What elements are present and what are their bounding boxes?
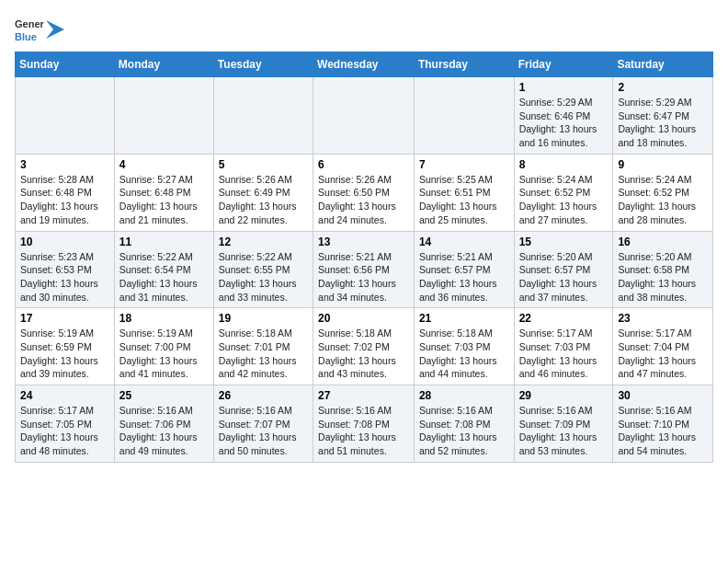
day-number: 7 xyxy=(419,158,509,171)
calendar-cell: 12Sunrise: 5:22 AM Sunset: 6:55 PM Dayli… xyxy=(213,231,313,308)
day-info: Sunrise: 5:17 AM Sunset: 7:05 PM Dayligh… xyxy=(20,404,109,458)
calendar-cell xyxy=(213,77,313,155)
calendar-cell xyxy=(16,77,115,155)
weekday-header-saturday: Saturday xyxy=(613,52,713,77)
day-number: 19 xyxy=(219,312,308,325)
calendar-cell: 18Sunrise: 5:19 AM Sunset: 7:00 PM Dayli… xyxy=(114,308,213,385)
calendar-cell: 17Sunrise: 5:19 AM Sunset: 6:59 PM Dayli… xyxy=(16,308,115,385)
calendar-cell: 26Sunrise: 5:16 AM Sunset: 7:07 PM Dayli… xyxy=(213,385,313,463)
day-number: 3 xyxy=(20,158,109,171)
calendar-week-row: 17Sunrise: 5:19 AM Sunset: 6:59 PM Dayli… xyxy=(16,308,713,385)
day-number: 25 xyxy=(119,389,209,402)
day-number: 23 xyxy=(618,312,708,325)
day-info: Sunrise: 5:26 AM Sunset: 6:50 PM Dayligh… xyxy=(318,173,409,227)
day-info: Sunrise: 5:29 AM Sunset: 6:46 PM Dayligh… xyxy=(519,96,609,150)
day-number: 10 xyxy=(20,236,109,248)
calendar-cell: 20Sunrise: 5:18 AM Sunset: 7:02 PM Dayli… xyxy=(313,308,415,385)
day-number: 20 xyxy=(318,312,409,325)
day-info: Sunrise: 5:23 AM Sunset: 6:53 PM Dayligh… xyxy=(20,250,109,304)
calendar-week-row: 1Sunrise: 5:29 AM Sunset: 6:46 PM Daylig… xyxy=(16,77,713,155)
day-number: 18 xyxy=(119,312,209,325)
calendar-cell xyxy=(313,77,415,155)
day-number: 22 xyxy=(519,312,609,325)
calendar-cell: 3Sunrise: 5:28 AM Sunset: 6:48 PM Daylig… xyxy=(16,154,115,231)
day-info: Sunrise: 5:28 AM Sunset: 6:48 PM Dayligh… xyxy=(20,173,109,227)
day-number: 13 xyxy=(318,236,409,248)
day-info: Sunrise: 5:19 AM Sunset: 7:00 PM Dayligh… xyxy=(119,327,209,381)
day-number: 8 xyxy=(519,158,609,171)
calendar-cell: 5Sunrise: 5:26 AM Sunset: 6:49 PM Daylig… xyxy=(213,154,313,231)
day-info: Sunrise: 5:19 AM Sunset: 6:59 PM Dayligh… xyxy=(20,327,109,381)
calendar-cell: 16Sunrise: 5:20 AM Sunset: 6:58 PM Dayli… xyxy=(613,231,713,308)
day-number: 28 xyxy=(419,389,509,402)
day-number: 15 xyxy=(519,236,609,248)
day-info: Sunrise: 5:29 AM Sunset: 6:47 PM Dayligh… xyxy=(618,96,708,150)
day-info: Sunrise: 5:17 AM Sunset: 7:04 PM Dayligh… xyxy=(618,327,708,381)
calendar-cell: 22Sunrise: 5:17 AM Sunset: 7:03 PM Dayli… xyxy=(514,308,613,385)
calendar-cell: 6Sunrise: 5:26 AM Sunset: 6:50 PM Daylig… xyxy=(313,154,415,231)
day-number: 14 xyxy=(419,236,509,248)
logo: General Blue xyxy=(15,15,64,44)
calendar-cell: 27Sunrise: 5:16 AM Sunset: 7:08 PM Dayli… xyxy=(313,385,415,463)
calendar-cell: 19Sunrise: 5:18 AM Sunset: 7:01 PM Dayli… xyxy=(213,308,313,385)
day-number: 2 xyxy=(618,81,708,94)
calendar-cell: 7Sunrise: 5:25 AM Sunset: 6:51 PM Daylig… xyxy=(414,154,514,231)
day-number: 29 xyxy=(519,389,609,402)
day-info: Sunrise: 5:22 AM Sunset: 6:54 PM Dayligh… xyxy=(119,250,209,304)
day-info: Sunrise: 5:24 AM Sunset: 6:52 PM Dayligh… xyxy=(519,173,609,227)
calendar-cell xyxy=(414,77,514,155)
day-info: Sunrise: 5:17 AM Sunset: 7:03 PM Dayligh… xyxy=(519,327,609,381)
day-number: 26 xyxy=(219,389,308,402)
day-info: Sunrise: 5:18 AM Sunset: 7:03 PM Dayligh… xyxy=(419,327,509,381)
day-info: Sunrise: 5:24 AM Sunset: 6:52 PM Dayligh… xyxy=(618,173,708,227)
day-info: Sunrise: 5:20 AM Sunset: 6:58 PM Dayligh… xyxy=(618,250,708,304)
calendar-cell: 1Sunrise: 5:29 AM Sunset: 6:46 PM Daylig… xyxy=(514,77,613,155)
day-info: Sunrise: 5:25 AM Sunset: 6:51 PM Dayligh… xyxy=(419,173,509,227)
svg-text:General: General xyxy=(15,18,44,29)
day-number: 17 xyxy=(20,312,109,325)
day-number: 21 xyxy=(419,312,509,325)
calendar-cell: 2Sunrise: 5:29 AM Sunset: 6:47 PM Daylig… xyxy=(613,77,713,155)
calendar-cell: 9Sunrise: 5:24 AM Sunset: 6:52 PM Daylig… xyxy=(613,154,713,231)
calendar-cell: 8Sunrise: 5:24 AM Sunset: 6:52 PM Daylig… xyxy=(514,154,613,231)
page-header: General Blue xyxy=(15,15,713,44)
day-number: 24 xyxy=(20,389,109,402)
svg-text:Blue: Blue xyxy=(15,31,37,42)
calendar-cell: 11Sunrise: 5:22 AM Sunset: 6:54 PM Dayli… xyxy=(114,231,213,308)
day-info: Sunrise: 5:27 AM Sunset: 6:48 PM Dayligh… xyxy=(119,173,209,227)
weekday-header-friday: Friday xyxy=(514,52,613,77)
weekday-header-wednesday: Wednesday xyxy=(313,52,415,77)
logo-svg: General Blue xyxy=(15,15,44,44)
calendar-week-row: 10Sunrise: 5:23 AM Sunset: 6:53 PM Dayli… xyxy=(16,231,713,308)
weekday-header-row: SundayMondayTuesdayWednesdayThursdayFrid… xyxy=(16,52,713,77)
calendar-cell: 14Sunrise: 5:21 AM Sunset: 6:57 PM Dayli… xyxy=(414,231,514,308)
calendar-table: SundayMondayTuesdayWednesdayThursdayFrid… xyxy=(15,52,713,463)
day-number: 9 xyxy=(618,158,708,171)
calendar-cell: 13Sunrise: 5:21 AM Sunset: 6:56 PM Dayli… xyxy=(313,231,415,308)
calendar-cell: 23Sunrise: 5:17 AM Sunset: 7:04 PM Dayli… xyxy=(613,308,713,385)
calendar-cell: 10Sunrise: 5:23 AM Sunset: 6:53 PM Dayli… xyxy=(16,231,115,308)
day-info: Sunrise: 5:21 AM Sunset: 6:56 PM Dayligh… xyxy=(318,250,409,304)
logo-arrow-icon xyxy=(46,20,64,39)
day-info: Sunrise: 5:20 AM Sunset: 6:57 PM Dayligh… xyxy=(519,250,609,304)
svg-marker-2 xyxy=(46,20,64,39)
day-number: 11 xyxy=(119,236,209,248)
day-number: 6 xyxy=(318,158,409,171)
day-info: Sunrise: 5:16 AM Sunset: 7:10 PM Dayligh… xyxy=(618,404,708,458)
calendar-cell: 29Sunrise: 5:16 AM Sunset: 7:09 PM Dayli… xyxy=(514,385,613,463)
day-info: Sunrise: 5:21 AM Sunset: 6:57 PM Dayligh… xyxy=(419,250,509,304)
calendar-cell xyxy=(114,77,213,155)
calendar-cell: 28Sunrise: 5:16 AM Sunset: 7:08 PM Dayli… xyxy=(414,385,514,463)
day-info: Sunrise: 5:16 AM Sunset: 7:08 PM Dayligh… xyxy=(419,404,509,458)
calendar-cell: 4Sunrise: 5:27 AM Sunset: 6:48 PM Daylig… xyxy=(114,154,213,231)
day-info: Sunrise: 5:26 AM Sunset: 6:49 PM Dayligh… xyxy=(219,173,308,227)
calendar-week-row: 24Sunrise: 5:17 AM Sunset: 7:05 PM Dayli… xyxy=(16,385,713,463)
day-number: 1 xyxy=(519,81,609,94)
day-number: 27 xyxy=(318,389,409,402)
weekday-header-thursday: Thursday xyxy=(414,52,514,77)
calendar-cell: 30Sunrise: 5:16 AM Sunset: 7:10 PM Dayli… xyxy=(613,385,713,463)
calendar-cell: 24Sunrise: 5:17 AM Sunset: 7:05 PM Dayli… xyxy=(16,385,115,463)
day-info: Sunrise: 5:22 AM Sunset: 6:55 PM Dayligh… xyxy=(219,250,308,304)
day-number: 30 xyxy=(618,389,708,402)
day-info: Sunrise: 5:16 AM Sunset: 7:07 PM Dayligh… xyxy=(219,404,308,458)
